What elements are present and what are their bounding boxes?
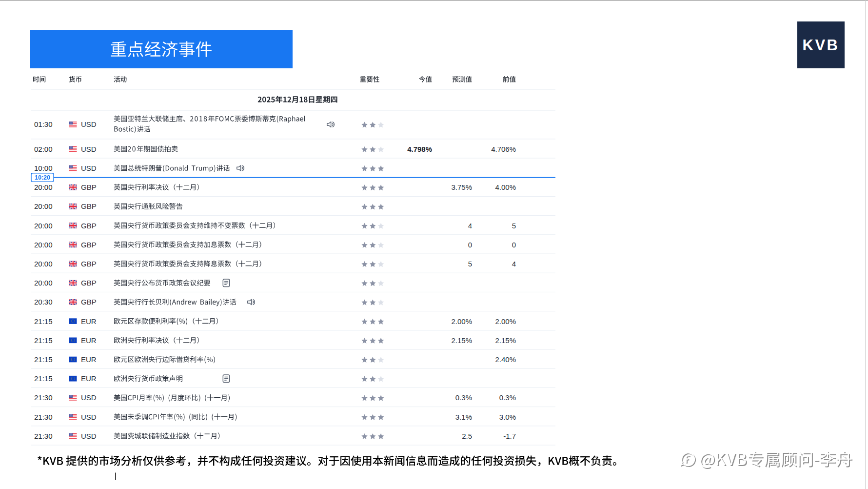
svg-text:2.5: 2.5 xyxy=(462,432,472,440)
svg-text:4.798%: 4.798% xyxy=(407,145,432,153)
svg-text:4.706%: 4.706% xyxy=(491,145,516,153)
svg-text:GBP: GBP xyxy=(81,222,97,230)
svg-text:2.00%: 2.00% xyxy=(451,317,472,326)
svg-text:USD: USD xyxy=(81,393,97,402)
svg-text:20:00: 20:00 xyxy=(34,279,53,287)
svg-text:5: 5 xyxy=(468,260,472,268)
svg-text:2.00%: 2.00% xyxy=(495,317,516,326)
svg-text:USD: USD xyxy=(81,164,97,172)
svg-text:0: 0 xyxy=(468,241,472,249)
svg-text:02:00: 02:00 xyxy=(34,145,53,153)
svg-text:USD: USD xyxy=(81,120,97,128)
svg-text:GBP: GBP xyxy=(81,279,97,287)
svg-text:USD: USD xyxy=(81,432,97,440)
svg-text:-1.7: -1.7 xyxy=(503,432,516,440)
svg-text:GBP: GBP xyxy=(81,260,97,268)
svg-text:EUR: EUR xyxy=(81,336,97,345)
svg-text:0: 0 xyxy=(512,241,516,249)
svg-text:EUR: EUR xyxy=(81,355,97,364)
svg-text:20:00: 20:00 xyxy=(34,241,53,249)
svg-text:20:00: 20:00 xyxy=(34,260,53,268)
svg-text:2.15%: 2.15% xyxy=(495,336,516,345)
svg-text:USD: USD xyxy=(81,145,97,153)
svg-text:21:15: 21:15 xyxy=(34,374,53,383)
svg-text:4: 4 xyxy=(468,222,472,230)
svg-text:20:30: 20:30 xyxy=(34,298,53,306)
svg-text:5: 5 xyxy=(512,222,516,230)
svg-text:GBP: GBP xyxy=(81,183,97,191)
svg-text:10:00: 10:00 xyxy=(34,164,53,172)
svg-text:10:20: 10:20 xyxy=(35,174,50,181)
svg-text:2.40%: 2.40% xyxy=(495,355,516,364)
svg-text:3.0%: 3.0% xyxy=(499,413,516,421)
svg-text:3.1%: 3.1% xyxy=(455,413,472,421)
svg-text:21:15: 21:15 xyxy=(34,317,53,326)
svg-text:20:00: 20:00 xyxy=(34,183,53,191)
svg-text:GBP: GBP xyxy=(81,298,97,306)
svg-text:GBP: GBP xyxy=(81,241,97,249)
svg-text:EUR: EUR xyxy=(81,317,97,326)
svg-text:0.3%: 0.3% xyxy=(455,393,472,402)
svg-text:2.15%: 2.15% xyxy=(451,336,472,345)
svg-text:20:00: 20:00 xyxy=(34,202,53,210)
svg-text:21:15: 21:15 xyxy=(34,355,53,364)
svg-text:21:30: 21:30 xyxy=(34,432,53,440)
svg-text:4.00%: 4.00% xyxy=(495,183,516,191)
svg-text:20:00: 20:00 xyxy=(34,222,53,230)
svg-text:USD: USD xyxy=(81,413,97,421)
svg-text:0.3%: 0.3% xyxy=(499,393,516,402)
svg-text:01:30: 01:30 xyxy=(34,120,53,128)
svg-text:4: 4 xyxy=(512,260,516,268)
svg-text:KVB: KVB xyxy=(803,37,840,54)
svg-text:EUR: EUR xyxy=(81,374,97,383)
svg-text:21:30: 21:30 xyxy=(34,393,53,402)
svg-text:21:15: 21:15 xyxy=(34,336,53,345)
svg-text:GBP: GBP xyxy=(81,202,97,210)
svg-text:21:30: 21:30 xyxy=(34,413,53,421)
svg-text:3.75%: 3.75% xyxy=(451,183,472,191)
